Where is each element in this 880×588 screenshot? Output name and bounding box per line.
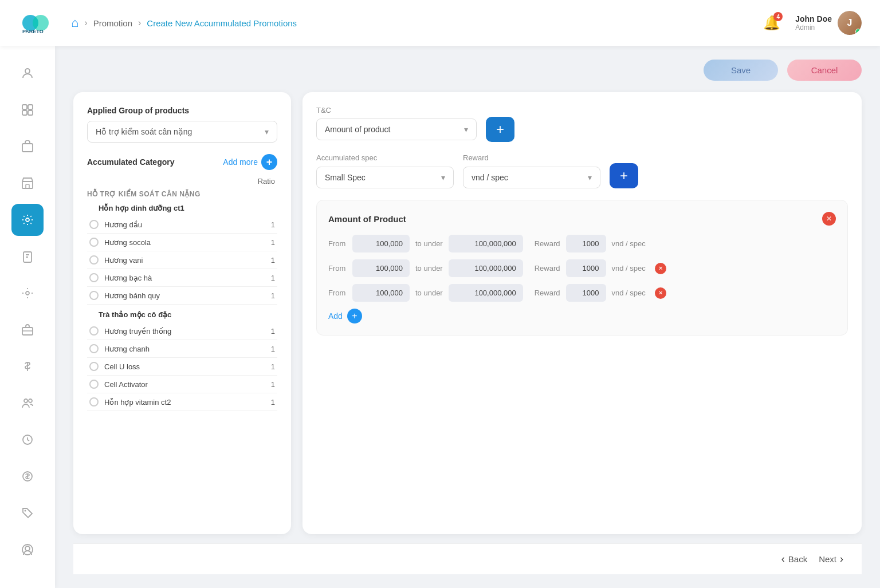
row-2-close-button[interactable]: ✕ [655,263,666,274]
radio-input[interactable] [89,273,99,282]
breadcrumb-promotion[interactable]: Promotion [93,18,132,28]
reward-dropdown[interactable]: vnd / spec ▾ [463,167,600,188]
from-input-3[interactable] [352,284,410,302]
svg-rect-4 [22,105,27,109]
add-row-button[interactable]: + [347,309,362,323]
back-button[interactable]: ‹ Back [781,553,807,565]
to-under-label-2: to under [415,264,443,273]
amount-card-title: Amount of Product [328,214,406,224]
row-3-close-button[interactable]: ✕ [655,287,666,299]
product-list-1: Hương dầu 1 Hương socola 1 Hương vani 1 … [87,216,277,305]
spec-add-button[interactable]: + [610,163,638,188]
list-item: Cell Activator 1 [87,376,277,393]
logo-area: PARETO [18,9,53,37]
unit-label-1: vnd / spec [612,239,646,248]
user-name: John Doe [795,14,832,23]
svg-point-20 [25,546,30,551]
sidebar-item-tag[interactable] [11,497,44,529]
sidebar-item-users[interactable] [11,387,44,419]
notification-bell[interactable]: 🔔 4 [760,11,784,35]
to-under-label-3: to under [415,289,443,297]
svg-text:PARETO: PARETO [22,29,44,34]
logo: PARETO [18,9,53,37]
from-input-1[interactable] [352,235,410,252]
list-item: Hỗn hợp vitamin ct2 1 [87,393,277,411]
radio-input[interactable] [89,238,99,247]
svg-rect-5 [28,105,33,109]
sidebar-item-store[interactable] [11,167,44,199]
breadcrumb-current: Create New Accummulated Promotions [147,18,297,28]
spec-dropdown[interactable]: Small Spec ▾ [316,167,454,188]
acc-category-label: Accumulated Category [87,157,174,167]
sidebar [0,46,55,588]
svg-rect-9 [22,181,33,188]
sidebar-item-currency[interactable] [11,460,44,492]
from-label-2: From [328,264,347,273]
radio-input[interactable] [89,291,99,300]
add-more-label: Add more [223,157,258,167]
home-icon[interactable]: ⌂ [71,15,78,30]
unit-label-3: vnd / spec [612,289,646,297]
to-input-3[interactable] [449,284,523,302]
reward-input-2[interactable] [566,259,606,277]
reward-text-1: Reward [535,239,560,248]
spec-chevron-icon: ▾ [441,173,445,182]
sidebar-item-briefcase[interactable] [11,314,44,346]
radio-input[interactable] [89,362,99,371]
radio-input[interactable] [89,344,99,353]
amount-card-close-button[interactable]: ✕ [822,212,836,226]
acc-category-header: Accumulated Category Add more + [87,154,277,170]
sidebar-item-dollar[interactable] [11,350,44,382]
header: PARETO ⌂ › Promotion › Create New Accumm… [0,0,880,46]
svg-rect-7 [28,111,33,115]
back-arrow-icon: ‹ [781,553,785,565]
tc-add-button[interactable]: + [486,117,514,142]
from-label-1: From [328,239,347,248]
next-button[interactable]: Next › [819,553,843,565]
next-label: Next [819,554,836,564]
from-input-2[interactable] [352,259,410,277]
radio-input[interactable] [89,380,99,389]
svg-point-11 [26,218,29,222]
cancel-button[interactable]: Cancel [787,60,862,81]
reward-input-1[interactable] [566,235,606,252]
unit-label-2: vnd / spec [612,264,646,273]
add-more-button[interactable]: Add more + [223,154,277,170]
reward-group: Reward vnd / spec ▾ [463,153,600,188]
to-input-2[interactable] [449,259,523,277]
sidebar-item-profile[interactable] [11,534,44,566]
list-item: Hương truyền thống 1 [87,322,277,340]
save-button[interactable]: Save [704,60,778,81]
product-group-label: Applied Group of products [87,106,277,115]
add-label[interactable]: Add [328,311,343,321]
content-area: Applied Group of products Hỗ trợ kiểm so… [73,92,862,534]
action-bar: Save Cancel [73,60,862,81]
tc-dropdown[interactable]: Amount of product ▾ [316,119,477,140]
tc-row: Amount of product ▾ + [316,117,848,142]
radio-input[interactable] [89,220,99,229]
sidebar-item-settings[interactable] [11,204,44,236]
reward-text-3: Reward [535,289,560,297]
to-input-1[interactable] [449,235,523,252]
amount-row-1: From to under Reward vnd / spec [328,235,836,252]
ratio-label: Ratio [87,177,277,186]
sidebar-item-dashboard[interactable] [11,94,44,126]
sidebar-item-clock[interactable] [11,424,44,456]
sidebar-item-clipboard[interactable] [11,240,44,273]
list-item: Hương bánh quy 1 [87,287,277,305]
acc-spec-label: Accumulated spec [316,153,454,162]
sidebar-item-box[interactable] [11,131,44,163]
product-group-dropdown[interactable]: Hỗ trợ kiểm soát cân nặng ▾ [87,121,277,143]
list-item: Hương bạc hà 1 [87,269,277,287]
amount-row-2: From to under Reward vnd / spec ✕ [328,259,836,277]
radio-input[interactable] [89,255,99,265]
radio-input[interactable] [89,326,99,336]
radio-input[interactable] [89,397,99,407]
left-panel: Applied Group of products Hỗ trợ kiểm so… [73,92,291,534]
from-label-3: From [328,289,347,297]
reward-input-3[interactable] [566,284,606,302]
tc-label: T&C [316,106,848,115]
sidebar-item-user[interactable] [11,57,44,89]
sidebar-item-config[interactable] [11,277,44,309]
user-info[interactable]: John Doe Admin J [795,11,862,35]
